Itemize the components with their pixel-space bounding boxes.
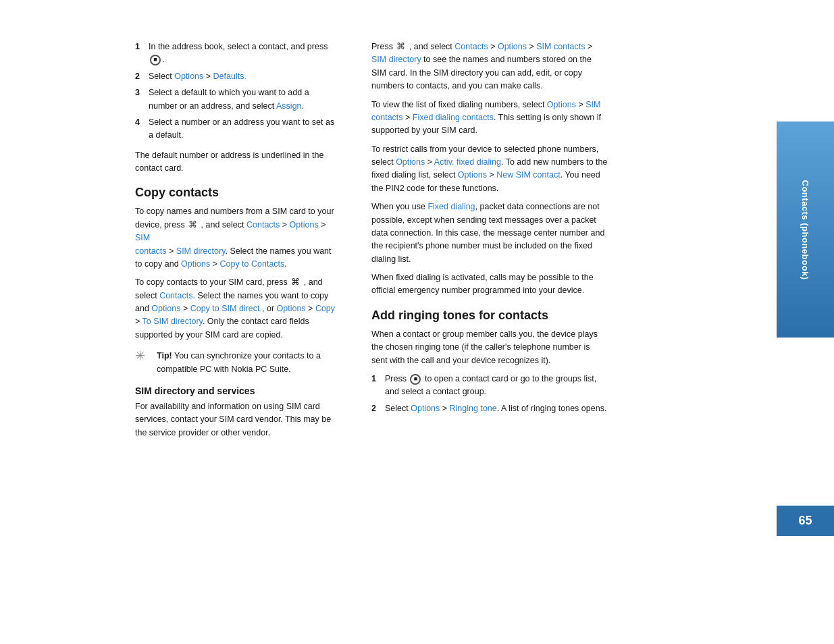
options-link-3[interactable]: Options <box>181 259 210 269</box>
sim-intro-para: Press ⌘ , and select Contacts > Options … <box>371 41 608 93</box>
numbered-list: 1 In the address book, select a contact,… <box>135 41 338 142</box>
sim-contacts-link-2[interactable]: SIM contacts <box>536 42 585 51</box>
contacts-link-1[interactable]: Contacts <box>246 220 280 230</box>
sidebar-text-area: Contacts (phonebook) <box>777 122 834 338</box>
options-link-7[interactable]: Options <box>547 100 576 109</box>
tip-icon: ✳ <box>135 348 150 363</box>
sim-directory-link-1[interactable]: SIM directory <box>176 246 226 256</box>
contacts-link-2[interactable]: Contacts <box>159 291 192 300</box>
copy-to-sim-link[interactable]: Copy to SIM direct. <box>190 304 262 313</box>
default-note: The default number or address is underli… <box>135 149 338 176</box>
fixed-dialing-view-para: To view the list of fixed dialing number… <box>371 99 608 138</box>
when-fixed-dialing-para: When you use Fixed dialing, packet data … <box>371 200 608 266</box>
page-number-box: 65 <box>777 506 834 536</box>
item-text-3: Select a default to which you want to ad… <box>149 86 338 113</box>
fixed-dialing-link[interactable]: Fixed dialing <box>427 202 475 211</box>
options-link-8[interactable]: Options <box>396 157 425 167</box>
add-ringing-title: Add ringing tones for contacts <box>371 308 608 323</box>
sidebar-label: Contacts (phonebook) <box>800 180 810 279</box>
tip-content: You can synchronize your contacts to a c… <box>157 351 321 373</box>
ringing-item-2: 2 Select Options > Ringing tone. A list … <box>371 402 608 415</box>
copy-para-1: To copy names and numbers from a SIM car… <box>135 205 338 271</box>
sidebar: Contacts (phonebook) 65 <box>766 0 834 644</box>
contacts-icon-1: ⌘ <box>188 219 197 232</box>
right-column: Press ⌘ , and select Contacts > Options … <box>371 41 608 617</box>
fixed-dialing-contacts-link[interactable]: Fixed dialing contacts <box>413 113 494 122</box>
when-activated-para: When fixed dialing is activated, calls m… <box>371 271 608 298</box>
options-link-9[interactable]: Options <box>458 170 487 180</box>
ringing-item-1: 1 Press ■ to open a contact card or go t… <box>371 373 608 399</box>
list-item-3: 3 Select a default to which you want to … <box>135 86 338 113</box>
options-link-4[interactable]: Options <box>151 304 180 313</box>
copy-to-contacts-link[interactable]: Copy to Contacts <box>219 259 284 269</box>
defaults-link[interactable]: Defaults. <box>213 72 246 81</box>
item-text-1: In the address book, select a contact, a… <box>149 41 338 67</box>
ringing-text-2: Select Options > Ringing tone. A list of… <box>385 402 606 415</box>
to-sim-directory-link[interactable]: To SIM directory <box>142 317 203 326</box>
contacts-icon-2: ⌘ <box>291 276 300 289</box>
new-sim-contact-link[interactable]: New SIM contact <box>496 170 560 180</box>
options-link-2[interactable]: Options <box>290 220 319 230</box>
options-link-1[interactable]: Options <box>174 72 203 81</box>
contacts-icon-3: ⌘ <box>396 41 405 53</box>
copy-contacts-title: Copy contacts <box>135 186 338 200</box>
left-column: 1 In the address book, select a contact,… <box>135 41 351 617</box>
contacts-link-3[interactable]: Contacts <box>454 42 488 51</box>
list-item-1: 1 In the address book, select a contact,… <box>135 41 338 67</box>
options-link-6[interactable]: Options <box>498 42 527 51</box>
ringing-num-2: 2 <box>371 402 380 415</box>
assign-link[interactable]: Assign <box>276 101 302 111</box>
page-number: 65 <box>798 514 812 528</box>
activ-fixed-link[interactable]: Activ. fixed dialing <box>434 157 501 167</box>
tip-text: Tip! You can synchronize your contacts t… <box>157 350 338 376</box>
page-container: 1 In the address book, select a contact,… <box>0 0 834 644</box>
list-item-4: 4 Select a number or an address you want… <box>135 116 338 142</box>
options-link-5[interactable]: Options <box>277 304 306 313</box>
copy-link[interactable]: Copy <box>315 304 335 313</box>
open-icon: ■ <box>410 374 421 385</box>
restrict-calls-para: To restrict calls from your device to se… <box>371 143 608 196</box>
item-text-4: Select a number or an address you want t… <box>149 116 338 142</box>
main-content: 1 In the address book, select a contact,… <box>0 0 834 644</box>
menu-icon: ■ <box>150 55 161 65</box>
tip-label: Tip! <box>157 351 172 360</box>
copy-para-2: To copy contacts to your SIM card, press… <box>135 276 338 342</box>
options-link-10[interactable]: Options <box>411 404 440 413</box>
sim-directory-title: SIM directory and services <box>135 385 338 396</box>
add-ringing-intro: When a contact or group member calls you… <box>371 328 608 367</box>
tip-box: ✳ Tip! You can synchronize your contacts… <box>135 350 338 376</box>
ringing-tone-link[interactable]: Ringing tone <box>450 404 497 413</box>
list-item-2: 2 Select Options > Defaults. <box>135 70 338 83</box>
ringing-list: 1 Press ■ to open a contact card or go t… <box>371 373 608 415</box>
item-number-2: 2 <box>135 70 143 83</box>
ringing-text-1: Press ■ to open a contact card or go to … <box>385 373 608 399</box>
sim-directory-text: For availability and information on usin… <box>135 400 338 439</box>
item-number-1: 1 <box>135 41 143 67</box>
sim-contacts-link-1[interactable]: SIMcontacts <box>135 233 167 255</box>
item-number-3: 3 <box>135 86 143 113</box>
item-number-4: 4 <box>135 116 143 142</box>
sim-directory-link-2[interactable]: SIM directory <box>371 55 421 64</box>
ringing-num-1: 1 <box>371 373 380 399</box>
item-text-2: Select Options > Defaults. <box>149 70 246 83</box>
